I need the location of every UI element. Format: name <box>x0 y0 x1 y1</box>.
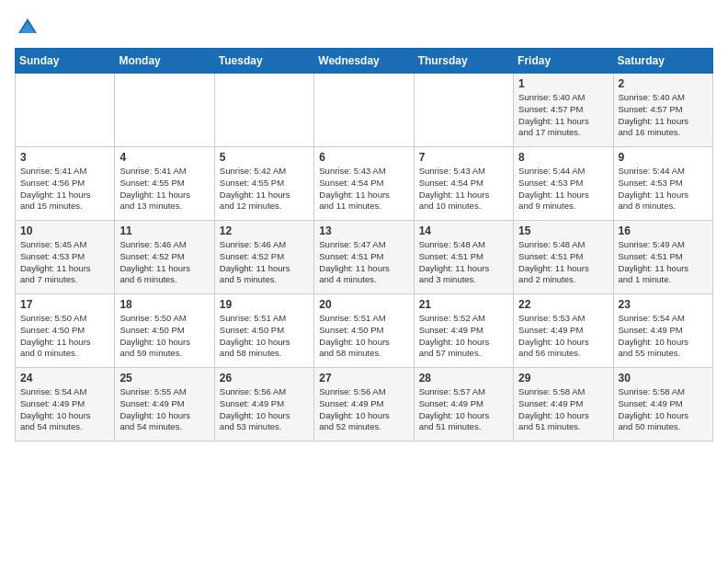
day-info: Sunrise: 5:57 AM Sunset: 4:49 PM Dayligh… <box>419 386 508 433</box>
day-info: Sunrise: 5:52 AM Sunset: 4:49 PM Dayligh… <box>419 313 508 360</box>
day-info: Sunrise: 5:50 AM Sunset: 4:50 PM Dayligh… <box>119 313 209 360</box>
day-info: Sunrise: 5:51 AM Sunset: 4:50 PM Dayligh… <box>319 313 408 360</box>
day-number: 13 <box>319 224 408 237</box>
day-number: 22 <box>518 298 608 311</box>
day-number: 20 <box>319 298 408 311</box>
day-number: 2 <box>619 77 708 90</box>
day-number: 7 <box>419 151 508 164</box>
day-number: 29 <box>518 372 608 385</box>
day-info: Sunrise: 5:54 AM Sunset: 4:49 PM Dayligh… <box>20 386 109 433</box>
calendar-cell: 25Sunrise: 5:55 AM Sunset: 4:49 PM Dayli… <box>115 368 214 442</box>
day-number: 8 <box>518 151 608 164</box>
day-number: 16 <box>619 224 708 237</box>
day-info: Sunrise: 5:44 AM Sunset: 4:53 PM Dayligh… <box>619 166 708 213</box>
day-number: 10 <box>20 224 109 237</box>
calendar-cell: 14Sunrise: 5:48 AM Sunset: 4:51 PM Dayli… <box>414 221 513 294</box>
calendar-cell: 12Sunrise: 5:46 AM Sunset: 4:52 PM Dayli… <box>214 221 313 294</box>
day-number: 30 <box>619 372 708 385</box>
calendar-cell: 3Sunrise: 5:41 AM Sunset: 4:56 PM Daylig… <box>16 147 115 221</box>
day-info: Sunrise: 5:41 AM Sunset: 4:55 PM Dayligh… <box>119 166 209 213</box>
calendar-cell: 7Sunrise: 5:43 AM Sunset: 4:54 PM Daylig… <box>414 147 513 221</box>
day-number: 21 <box>419 298 508 311</box>
day-info: Sunrise: 5:40 AM Sunset: 4:57 PM Dayligh… <box>518 92 608 139</box>
calendar-cell: 30Sunrise: 5:58 AM Sunset: 4:49 PM Dayli… <box>613 368 712 442</box>
calendar-cell: 9Sunrise: 5:44 AM Sunset: 4:53 PM Daylig… <box>613 147 712 221</box>
day-number: 17 <box>20 298 109 311</box>
calendar-cell: 5Sunrise: 5:42 AM Sunset: 4:55 PM Daylig… <box>214 147 313 221</box>
day-info: Sunrise: 5:40 AM Sunset: 4:57 PM Dayligh… <box>619 92 708 139</box>
calendar-cell: 28Sunrise: 5:57 AM Sunset: 4:49 PM Dayli… <box>414 368 513 442</box>
day-info: Sunrise: 5:48 AM Sunset: 4:51 PM Dayligh… <box>518 239 608 286</box>
logo <box>15 15 44 40</box>
day-number: 27 <box>319 372 408 385</box>
calendar-cell: 4Sunrise: 5:41 AM Sunset: 4:55 PM Daylig… <box>115 147 214 221</box>
day-info: Sunrise: 5:56 AM Sunset: 4:49 PM Dayligh… <box>319 386 408 433</box>
header-wednesday: Wednesday <box>314 49 414 74</box>
header-friday: Friday <box>514 49 613 74</box>
day-info: Sunrise: 5:43 AM Sunset: 4:54 PM Dayligh… <box>419 166 508 213</box>
header-monday: Monday <box>115 49 214 74</box>
day-number: 19 <box>220 298 309 311</box>
day-info: Sunrise: 5:53 AM Sunset: 4:49 PM Dayligh… <box>518 313 608 360</box>
day-number: 23 <box>619 298 708 311</box>
calendar-cell <box>314 74 414 147</box>
calendar-cell <box>16 74 115 147</box>
calendar-cell: 16Sunrise: 5:49 AM Sunset: 4:51 PM Dayli… <box>613 221 712 294</box>
calendar-cell: 26Sunrise: 5:56 AM Sunset: 4:49 PM Dayli… <box>214 368 313 442</box>
calendar-cell: 1Sunrise: 5:40 AM Sunset: 4:57 PM Daylig… <box>514 74 613 147</box>
day-number: 15 <box>518 224 608 237</box>
header-tuesday: Tuesday <box>214 49 313 74</box>
day-number: 11 <box>119 224 209 237</box>
calendar-cell: 21Sunrise: 5:52 AM Sunset: 4:49 PM Dayli… <box>414 294 513 368</box>
calendar-cell: 13Sunrise: 5:47 AM Sunset: 4:51 PM Dayli… <box>314 221 414 294</box>
day-number: 6 <box>319 151 408 164</box>
calendar-cell: 8Sunrise: 5:44 AM Sunset: 4:53 PM Daylig… <box>514 147 613 221</box>
day-info: Sunrise: 5:54 AM Sunset: 4:49 PM Dayligh… <box>619 313 708 360</box>
calendar-cell: 15Sunrise: 5:48 AM Sunset: 4:51 PM Dayli… <box>514 221 613 294</box>
day-number: 12 <box>220 224 309 237</box>
calendar-table: SundayMondayTuesdayWednesdayThursdayFrid… <box>15 48 713 442</box>
header-sunday: Sunday <box>16 49 115 74</box>
day-info: Sunrise: 5:41 AM Sunset: 4:56 PM Dayligh… <box>20 166 109 213</box>
calendar-cell: 23Sunrise: 5:54 AM Sunset: 4:49 PM Dayli… <box>613 294 712 368</box>
calendar-cell: 2Sunrise: 5:40 AM Sunset: 4:57 PM Daylig… <box>613 74 712 147</box>
calendar-cell <box>214 74 313 147</box>
day-info: Sunrise: 5:48 AM Sunset: 4:51 PM Dayligh… <box>419 239 508 286</box>
calendar-cell: 20Sunrise: 5:51 AM Sunset: 4:50 PM Dayli… <box>314 294 414 368</box>
day-info: Sunrise: 5:55 AM Sunset: 4:49 PM Dayligh… <box>119 386 209 433</box>
day-info: Sunrise: 5:45 AM Sunset: 4:53 PM Dayligh… <box>20 239 109 286</box>
calendar-cell <box>414 74 513 147</box>
day-number: 26 <box>220 372 309 385</box>
calendar-cell: 6Sunrise: 5:43 AM Sunset: 4:54 PM Daylig… <box>314 147 414 221</box>
day-number: 3 <box>20 151 109 164</box>
day-number: 18 <box>119 298 209 311</box>
calendar-cell: 27Sunrise: 5:56 AM Sunset: 4:49 PM Dayli… <box>314 368 414 442</box>
calendar-week-1: 1Sunrise: 5:40 AM Sunset: 4:57 PM Daylig… <box>16 74 713 147</box>
calendar-cell <box>115 74 214 147</box>
calendar-cell: 24Sunrise: 5:54 AM Sunset: 4:49 PM Dayli… <box>16 368 115 442</box>
day-number: 5 <box>220 151 309 164</box>
day-info: Sunrise: 5:42 AM Sunset: 4:55 PM Dayligh… <box>220 166 309 213</box>
day-info: Sunrise: 5:44 AM Sunset: 4:53 PM Dayligh… <box>518 166 608 213</box>
day-info: Sunrise: 5:46 AM Sunset: 4:52 PM Dayligh… <box>220 239 309 286</box>
calendar-cell: 22Sunrise: 5:53 AM Sunset: 4:49 PM Dayli… <box>514 294 613 368</box>
day-info: Sunrise: 5:58 AM Sunset: 4:49 PM Dayligh… <box>619 386 708 433</box>
header-saturday: Saturday <box>613 49 712 74</box>
day-number: 4 <box>119 151 209 164</box>
calendar-cell: 10Sunrise: 5:45 AM Sunset: 4:53 PM Dayli… <box>16 221 115 294</box>
day-info: Sunrise: 5:43 AM Sunset: 4:54 PM Dayligh… <box>319 166 408 213</box>
day-info: Sunrise: 5:47 AM Sunset: 4:51 PM Dayligh… <box>319 239 408 286</box>
page-header <box>15 15 713 40</box>
calendar-cell: 11Sunrise: 5:46 AM Sunset: 4:52 PM Dayli… <box>115 221 214 294</box>
calendar-week-4: 17Sunrise: 5:50 AM Sunset: 4:50 PM Dayli… <box>16 294 713 368</box>
calendar-cell: 17Sunrise: 5:50 AM Sunset: 4:50 PM Dayli… <box>16 294 115 368</box>
calendar-cell: 19Sunrise: 5:51 AM Sunset: 4:50 PM Dayli… <box>214 294 313 368</box>
day-number: 14 <box>419 224 508 237</box>
day-info: Sunrise: 5:46 AM Sunset: 4:52 PM Dayligh… <box>119 239 209 286</box>
day-info: Sunrise: 5:51 AM Sunset: 4:50 PM Dayligh… <box>220 313 309 360</box>
day-number: 9 <box>619 151 708 164</box>
day-info: Sunrise: 5:56 AM Sunset: 4:49 PM Dayligh… <box>220 386 309 433</box>
calendar-week-5: 24Sunrise: 5:54 AM Sunset: 4:49 PM Dayli… <box>16 368 713 442</box>
day-info: Sunrise: 5:58 AM Sunset: 4:49 PM Dayligh… <box>518 386 608 433</box>
day-info: Sunrise: 5:49 AM Sunset: 4:51 PM Dayligh… <box>619 239 708 286</box>
